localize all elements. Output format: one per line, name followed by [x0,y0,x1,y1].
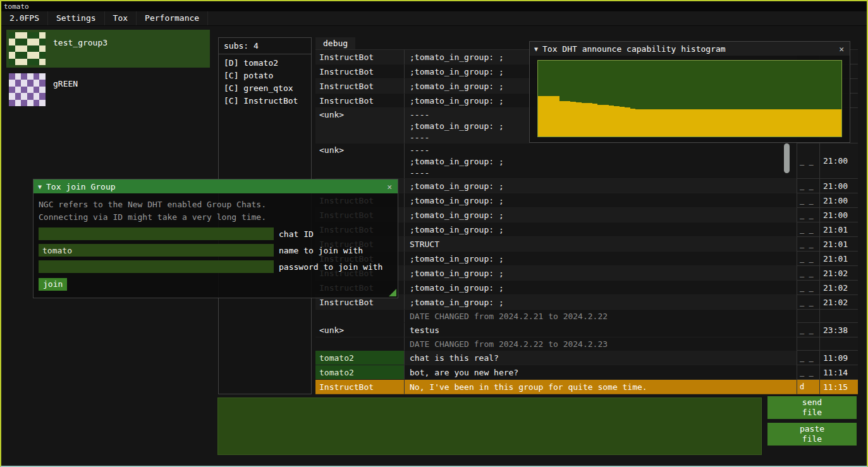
chat-message-row: tomato2chat is this real?_ _11:09 [315,351,858,365]
send-file-button[interactable]: send file [767,396,857,419]
histogram-bar [549,96,554,136]
chat-scrollbar-thumb[interactable] [784,143,790,173]
histogram-bar [798,109,804,136]
collapse-icon[interactable]: ▼ [534,45,538,52]
histogram-bar [538,96,544,136]
subs-member[interactable]: [C] green_qtox [219,82,311,95]
histogram-bar [592,104,598,136]
histogram-bar [614,106,620,136]
chat-message-row: tomato2bot, are you new here?_ _11:14 [315,365,858,380]
message-flags: _ _ [797,281,819,295]
message-timestamp: 11:09 [819,351,858,365]
sidebar-item-green[interactable]: gREEN [6,71,210,109]
histogram-bar [559,101,565,136]
message-timestamp: 21:02 [819,266,858,281]
join-group-titlebar: ▼ Tox join Group ✕ [34,179,398,193]
message-timestamp: 21:00 [819,179,858,193]
histogram-bar [750,109,755,136]
message-flags: _ _ [797,237,819,252]
histogram-bar [544,96,549,136]
join-button[interactable]: join [39,278,67,291]
histogram-bar [597,105,603,136]
join-password-input[interactable] [39,260,274,273]
histogram-bar [766,109,771,136]
message-text: chat is this real? [404,351,797,365]
chat-id-input[interactable] [39,227,274,240]
message-text: ;tomato_in_group: ; [404,295,797,310]
resize-grip[interactable] [389,289,396,296]
histogram-bar [782,109,788,136]
histogram-bar [657,109,663,136]
histogram-bar [673,109,679,136]
message-input[interactable] [217,397,762,455]
histogram-bar [723,109,728,136]
subs-member[interactable]: [D] tomato2 [219,57,311,70]
histogram-bar [717,109,723,136]
join-name-input[interactable] [39,244,274,257]
join-name-label: name to join with [279,246,363,255]
histogram-bar [728,109,733,136]
message-flags [797,337,819,351]
message-flags: _ _ [797,351,819,365]
subs-member[interactable]: [C] InstructBot [219,95,311,107]
group-avatar-icon [9,73,46,106]
histogram-bar [679,109,685,136]
close-icon[interactable]: ✕ [838,44,845,54]
message-flags: _ _ [797,193,819,208]
histogram-bar [641,109,647,136]
message-author: <unk> [315,323,404,337]
histogram-bar [668,109,674,136]
sidebar-item-test_group3[interactable]: test_group3 [6,30,210,68]
menu-item-performance[interactable]: Performance [137,11,208,25]
date-separator-row: DATE CHANGED from 2024.2.22 to 2024.2.23 [315,337,858,351]
histogram-bar [804,109,809,136]
menu-item-settings[interactable]: Settings [48,11,105,25]
message-text: No, I've been in this group for quite so… [404,380,797,394]
histogram-bar [603,105,609,136]
window-title-text: Tox DHT announce capability histogram [542,44,833,54]
message-author: InstructBot [315,94,404,108]
group-name: gREEN [53,79,78,106]
fps-counter: 2.0FPS [1,11,48,25]
message-flags: _ _ [797,365,819,380]
chat-message-row: InstructBotNo, I've been in this group f… [315,380,858,394]
histogram-bar [831,109,836,136]
histogram-bar [582,103,587,136]
collapse-icon[interactable]: ▼ [38,183,42,190]
close-icon[interactable]: ✕ [386,182,393,191]
message-timestamp: 21:01 [819,237,858,252]
message-text: ;tomato_in_group: ; [404,222,797,237]
message-author: <unk> [315,143,404,179]
histogram-bar [565,101,571,136]
message-author: InstructBot [315,50,404,64]
message-author: InstructBot [315,380,404,394]
histogram-bar [554,96,560,136]
group-name: test_group3 [53,38,107,65]
message-text: ;tomato_in_group: ; [404,252,797,266]
histogram-plot [537,60,842,137]
histogram-bar [690,109,695,136]
message-timestamp: 11:14 [819,365,858,380]
message-author: <unk> [315,108,404,143]
histogram-bar [635,109,641,136]
subs-member-list: [D] tomato2[C] potato[C] green_qtox[C] I… [219,57,311,107]
histogram-bar [820,109,826,136]
message-text: ----;tomato_in_group: ;---- [404,143,797,179]
message-timestamp [819,310,858,323]
menu-item-tox[interactable]: Tox [105,11,137,25]
histogram-bar [695,109,701,136]
message-timestamp: 21:01 [819,252,858,266]
tab-debug[interactable]: debug [315,37,355,49]
window-titlebar: tomato [1,1,867,11]
subs-member[interactable]: [C] potato [219,70,311,82]
window-title: tomato [4,3,29,11]
message-timestamp: 21:02 [819,295,858,310]
join-group-window: ▼ Tox join Group ✕ NGC refers to the New… [33,179,398,298]
histogram-bar [663,109,668,136]
histogram-bar [733,109,739,136]
date-separator-row: DATE CHANGED from 2024.2.21 to 2024.2.22 [315,310,858,323]
message-flags [797,310,819,323]
message-text: ;tomato_in_group: ; [404,193,797,208]
paste-file-button[interactable]: paste file [767,423,857,446]
message-flags: _ _ [797,252,819,266]
